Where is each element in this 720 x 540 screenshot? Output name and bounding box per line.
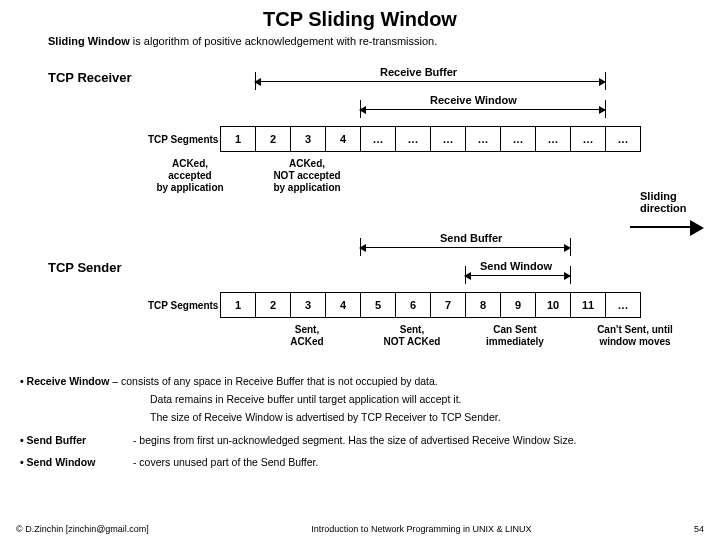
send-cell-11: … bbox=[605, 292, 641, 318]
sliding-direction-arrow bbox=[690, 220, 704, 236]
receiver-cells: 1234…………………… bbox=[220, 126, 641, 152]
recv-cell-10: … bbox=[570, 126, 606, 152]
receive-buffer-arrow bbox=[255, 81, 605, 82]
bullet1-head: • Receive Window bbox=[20, 375, 109, 387]
footer-center: Introduction to Network Programming in U… bbox=[311, 524, 531, 534]
subtitle-bold: Sliding Window bbox=[48, 35, 130, 47]
bullet1-l2: Data remains in Receive buffer until tar… bbox=[20, 392, 700, 406]
footer-left: © D.Zinchin [zinchin@gmail.com] bbox=[16, 524, 149, 534]
sender-seg-label: TCP Segments bbox=[148, 300, 218, 311]
sliding-direction-label: Sliding direction bbox=[640, 190, 686, 214]
recv-cell-11: … bbox=[605, 126, 641, 152]
footer: © D.Zinchin [zinchin@gmail.com] Introduc… bbox=[0, 524, 720, 534]
receive-buffer-label: Receive Buffer bbox=[380, 66, 457, 78]
send-annot-a: Sent, ACKed bbox=[252, 324, 362, 348]
recv-cell-8: … bbox=[500, 126, 536, 152]
send-cell-3: 4 bbox=[325, 292, 361, 318]
recv-cell-6: … bbox=[430, 126, 466, 152]
recv-cell-7: … bbox=[465, 126, 501, 152]
recv-cell-1: 2 bbox=[255, 126, 291, 152]
bullet-block: • Receive Window – consists of any space… bbox=[0, 368, 720, 473]
send-cell-5: 6 bbox=[395, 292, 431, 318]
bullet1-l3: The size of Receive Window is advertised… bbox=[20, 410, 700, 424]
recv-cell-4: … bbox=[360, 126, 396, 152]
send-buffer-label: Send Buffer bbox=[440, 232, 502, 244]
recv-cell-0: 1 bbox=[220, 126, 256, 152]
receiver-seg-label: TCP Segments bbox=[148, 134, 218, 145]
send-annot-d: Can't Sent, until window moves bbox=[575, 324, 695, 348]
send-window-arrow bbox=[465, 275, 570, 276]
send-window-label: Send Window bbox=[480, 260, 552, 272]
receive-window-arrow bbox=[360, 109, 605, 110]
send-cell-6: 7 bbox=[430, 292, 466, 318]
receiver-label: TCP Receiver bbox=[48, 70, 132, 85]
bullet2-body: - begins from first un-acknowledged segm… bbox=[133, 434, 577, 446]
send-buffer-arrow bbox=[360, 247, 570, 248]
recv-cell-3: 4 bbox=[325, 126, 361, 152]
send-cell-0: 1 bbox=[220, 292, 256, 318]
send-cell-8: 9 bbox=[500, 292, 536, 318]
send-cell-9: 10 bbox=[535, 292, 571, 318]
sliding-direction-line bbox=[630, 226, 690, 228]
bullet1-l1: – consists of any space in Receive Buffe… bbox=[109, 375, 437, 387]
page-title: TCP Sliding Window bbox=[0, 0, 720, 35]
footer-right: 54 bbox=[694, 524, 704, 534]
bullet2-head: • Send Buffer bbox=[20, 433, 130, 447]
send-annot-c: Can Sent immediately bbox=[465, 324, 565, 348]
send-cell-2: 3 bbox=[290, 292, 326, 318]
send-annot-b: Sent, NOT ACKed bbox=[362, 324, 462, 348]
send-cell-10: 11 bbox=[570, 292, 606, 318]
subtitle-rest: is algorithm of positive acknowledgement… bbox=[130, 35, 438, 47]
receive-window-label: Receive Window bbox=[430, 94, 517, 106]
recv-cell-9: … bbox=[535, 126, 571, 152]
send-cell-1: 2 bbox=[255, 292, 291, 318]
recv-annot-mid: ACKed, NOT accepted by application bbox=[252, 158, 362, 194]
recv-cell-2: 3 bbox=[290, 126, 326, 152]
sender-label: TCP Sender bbox=[48, 260, 121, 275]
send-cell-4: 5 bbox=[360, 292, 396, 318]
send-cell-7: 8 bbox=[465, 292, 501, 318]
bullet3-head: • Send Window bbox=[20, 455, 130, 469]
sender-cells: 1234567891011… bbox=[220, 292, 641, 318]
recv-annot-left: ACKed, accepted by application bbox=[135, 158, 245, 194]
recv-cell-5: … bbox=[395, 126, 431, 152]
bullet3-body: - covers unused part of the Send Buffer. bbox=[133, 456, 318, 468]
subtitle: Sliding Window is algorithm of positive … bbox=[0, 35, 720, 53]
